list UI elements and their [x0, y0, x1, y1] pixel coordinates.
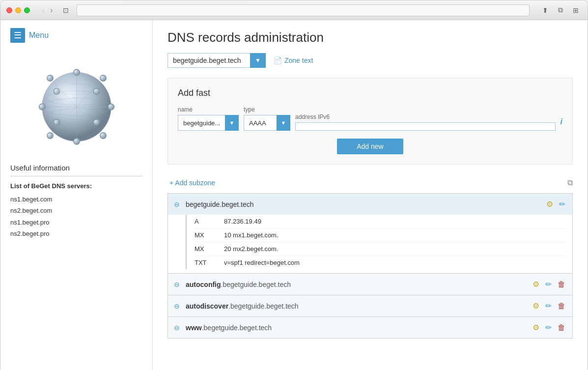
subzone-delete-button[interactable]: 🗑	[557, 322, 566, 333]
sidebar: ☰ Menu	[0, 20, 153, 370]
svg-point-15	[100, 75, 106, 82]
dns-servers-label: List of BeGet DNS servers:	[10, 182, 142, 190]
useful-info-title: Useful information	[10, 164, 142, 176]
subzone-bold: autodiscover	[186, 302, 228, 310]
svg-point-17	[100, 133, 106, 139]
subzone-delete-button[interactable]: 🗑	[557, 279, 566, 290]
record-value: v=spf1 redirect=beget.com	[224, 259, 300, 266]
zone-text-link[interactable]: 📄 Zone text	[274, 57, 313, 64]
subzone-row-www[interactable]: ⊖ www.begetguide.beget.tech ⚙ ✏ 🗑	[168, 317, 572, 338]
domain-select-wrapper: begetguide.beget.tech ▼	[168, 53, 266, 68]
record-type: TXT	[195, 259, 224, 266]
back-button[interactable]: ‹	[40, 5, 46, 16]
subzone-actions: ⚙ ✏ 🗑	[532, 300, 566, 312]
useful-information: Useful information List of BeGet DNS ser…	[0, 154, 152, 240]
vertical-line	[186, 215, 187, 269]
add-fast-title: Add fast	[178, 88, 562, 98]
minimize-button[interactable]	[15, 7, 21, 13]
name-field-group: name begetguide... ▼	[178, 106, 239, 131]
close-button[interactable]	[6, 7, 12, 13]
subzone-edit-button[interactable]: ✏	[544, 300, 553, 312]
zone-header-left: ⊖ begetguide.beget.tech	[174, 200, 254, 208]
svg-point-10	[73, 69, 80, 76]
record-type: A	[195, 218, 224, 225]
name-label: name	[178, 106, 239, 113]
zone-header-main[interactable]: ⊖ begetguide.beget.tech ⚙ ✏	[168, 194, 572, 215]
maximize-button[interactable]	[24, 7, 30, 13]
info-icon[interactable]: i	[560, 117, 562, 126]
subzone-row-autodiscover[interactable]: ⊖ autodiscover.begetguide.beget.tech ⚙ ✏…	[168, 295, 572, 317]
new-tab-button[interactable]: ⧉	[555, 5, 566, 15]
zone-gear-button[interactable]: ⚙	[545, 199, 554, 210]
record-type: MX	[195, 231, 224, 239]
subzone-name-autoconfig: autoconfig.begetguide.beget.tech	[186, 281, 291, 288]
subzone-light: .begetguide.beget.tech	[228, 302, 298, 310]
zone-toggle-icon: ⊖	[174, 200, 182, 208]
subzone-actions: ⚙ ✏ 🗑	[532, 279, 566, 290]
records-area: + Add subzone ⧉ ⊖ begetguide.beget.tech	[168, 174, 573, 339]
subzone-delete-button[interactable]: 🗑	[557, 300, 566, 312]
page-title: DNS records administration	[168, 30, 573, 45]
sidebar-button[interactable]: ⊞	[570, 5, 582, 15]
address-ipv6-input[interactable]	[295, 122, 556, 131]
svg-point-20	[54, 119, 60, 126]
reader-view-button[interactable]: ⊡	[60, 5, 72, 15]
dns-server-item: ns2.beget.pro	[10, 228, 142, 239]
record-type: MX	[195, 245, 224, 253]
record-value: 10 mx1.beget.com.	[224, 231, 279, 239]
dns-server-item: ns1.beget.com	[10, 194, 142, 205]
domain-select[interactable]: begetguide.beget.tech	[168, 53, 266, 68]
svg-point-14	[47, 75, 53, 82]
subzone-name-www: www.begetguide.beget.tech	[186, 324, 272, 332]
subzone-toggle-icon: ⊖	[174, 302, 182, 310]
subzone-name-autodiscover: autodiscover.begetguide.beget.tech	[186, 302, 299, 310]
add-new-btn-row: Add new	[178, 139, 562, 154]
main-content: DNS records administration begetguide.be…	[153, 20, 588, 370]
dns-record-row: A 87.236.19.49	[195, 215, 566, 228]
subzone-edit-button[interactable]: ✏	[544, 322, 553, 333]
menu-icon: ☰	[10, 28, 25, 43]
traffic-lights	[6, 7, 30, 13]
subzone-light: .begetguide.beget.tech	[221, 281, 291, 288]
subzone-left: ⊖ autoconfig.begetguide.beget.tech	[174, 281, 291, 288]
hamburger-icon: ☰	[14, 30, 22, 41]
record-value: 20 mx2.beget.com.	[224, 245, 279, 253]
type-label: type	[244, 106, 290, 113]
zone-actions: ⚙ ✏	[545, 199, 566, 210]
subzone-edit-button[interactable]: ✏	[544, 279, 553, 290]
name-select[interactable]: begetguide...	[178, 115, 239, 131]
subzone-gear-button[interactable]: ⚙	[532, 279, 540, 290]
record-value: 87.236.19.49	[224, 218, 261, 225]
dns-server-item: ns2.beget.com	[10, 205, 142, 216]
subzone-bold: autoconfig	[186, 281, 221, 288]
menu-header[interactable]: ☰ Menu	[0, 20, 152, 51]
address-field-group: address IPv6	[295, 114, 556, 131]
filter-icon[interactable]: ⧉	[567, 178, 573, 187]
globe-image	[0, 51, 152, 154]
menu-label[interactable]: Menu	[29, 31, 49, 40]
svg-point-13	[108, 104, 114, 110]
subzone-gear-button[interactable]: ⚙	[532, 322, 540, 333]
add-new-button[interactable]: Add new	[337, 139, 403, 154]
svg-point-16	[47, 133, 53, 139]
svg-point-12	[39, 104, 45, 110]
forward-button[interactable]: ›	[48, 5, 55, 16]
svg-point-11	[73, 138, 80, 144]
address-bar[interactable]	[77, 4, 530, 16]
share-button[interactable]: ⬆	[539, 5, 551, 15]
records-list: ⊖ begetguide.beget.tech ⚙ ✏	[168, 193, 573, 339]
add-subzone-link[interactable]: + Add subzone	[169, 179, 215, 187]
dns-server-item: ns1.beget.pro	[10, 217, 142, 228]
zone-edit-button[interactable]: ✏	[558, 199, 566, 210]
subzone-gear-button[interactable]: ⚙	[532, 300, 540, 312]
address-label: address IPv6	[295, 114, 556, 120]
add-subzone-label: + Add subzone	[169, 179, 215, 187]
type-select-wrapper: AAAAAMXTXTCNAMENS ▼	[244, 115, 290, 131]
zone-name: begetguide.beget.tech	[186, 200, 254, 208]
type-select[interactable]: AAAAAMXTXTCNAMENS	[244, 115, 290, 131]
add-subzone-row: + Add subzone ⧉	[168, 174, 573, 191]
type-field-group: type AAAAAMXTXTCNAMENS ▼	[244, 106, 290, 131]
dns-records-table: A 87.236.19.49 MX 10 mx1.beget.com. MX	[168, 215, 572, 273]
subzone-row-autoconfig[interactable]: ⊖ autoconfig.begetguide.beget.tech ⚙ ✏ 🗑	[168, 274, 572, 295]
dns-record-row: MX 10 mx1.beget.com.	[195, 228, 566, 242]
